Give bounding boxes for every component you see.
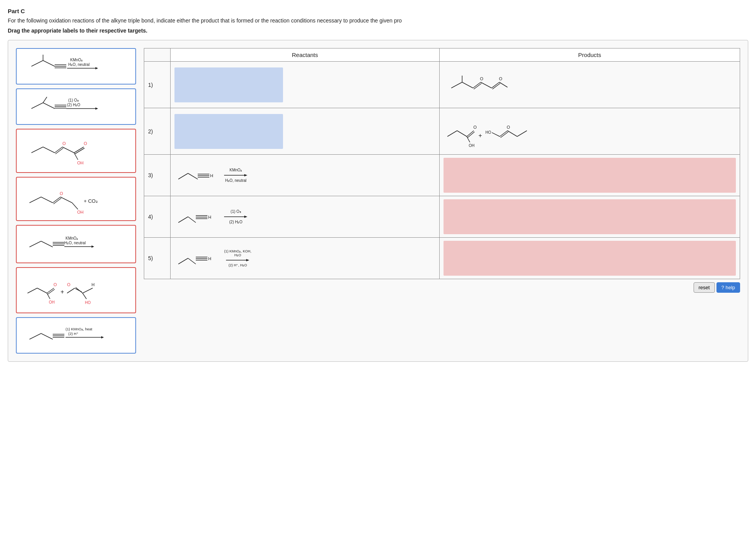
svg-line-41 <box>41 241 53 247</box>
svg-text:H: H <box>91 282 95 287</box>
drop-zone-reactant-1[interactable] <box>174 67 283 102</box>
drop-zone-product-4[interactable] <box>444 199 736 234</box>
svg-text:H₂O, neutral: H₂O, neutral <box>64 241 86 245</box>
svg-marker-9 <box>95 67 98 69</box>
svg-text:KMnO₄: KMnO₄ <box>70 58 83 62</box>
svg-line-25 <box>62 147 74 153</box>
svg-line-29 <box>74 153 78 160</box>
svg-text:+ CO₂: + CO₂ <box>84 198 98 204</box>
svg-text:OH: OH <box>77 161 84 165</box>
table-row: 1) O <box>144 62 740 108</box>
main-container: KMnO₄ H₂O, neutral (1) O₃ (2) H₂O <box>8 40 748 362</box>
svg-marker-48 <box>91 245 94 248</box>
svg-line-21 <box>43 147 55 153</box>
arrow-line-3 <box>224 172 247 178</box>
condition-text-5b: H₂O <box>234 253 241 257</box>
label-item-7[interactable]: (1) KMnO₄, heat (2) H⁺ <box>16 317 136 354</box>
svg-text:O: O <box>507 125 510 130</box>
label-item-6[interactable]: O OH + O H HO <box>16 267 136 313</box>
svg-line-116 <box>178 258 188 264</box>
arrow-svg-3 <box>224 172 247 178</box>
description: For the following oxidation reactions of… <box>8 17 748 24</box>
svg-text:O: O <box>67 282 71 287</box>
col-empty <box>144 48 171 62</box>
svg-line-80 <box>481 82 492 88</box>
label-item-4[interactable]: O OH + CO₂ <box>16 177 136 221</box>
condition-text-5a: (1) KMnO₄, KOH, <box>224 249 251 253</box>
reactant-cell-4: H (1) O₃ (2) H₂O <box>171 196 440 238</box>
svg-line-117 <box>188 258 196 264</box>
svg-line-101 <box>188 173 198 179</box>
svg-line-109 <box>188 217 196 223</box>
svg-text:(1) KMnO₄, heat: (1) KMnO₄, heat <box>66 327 92 331</box>
drop-zone-product-5[interactable] <box>444 241 736 276</box>
reactant-inner-4: H (1) O₃ (2) H₂O <box>174 203 435 230</box>
svg-line-37 <box>72 203 78 209</box>
label-item-2[interactable]: (1) O₃ (2) H₂O <box>16 88 136 125</box>
help-button[interactable]: ? help <box>716 282 740 293</box>
svg-marker-73 <box>101 336 104 338</box>
svg-line-26 <box>74 147 84 153</box>
table-row: 2) O OH <box>144 108 740 155</box>
svg-text:O: O <box>54 282 57 287</box>
col-reactants: Reactants <box>171 48 440 62</box>
condition-3: KMnO₄ H₂O, neutral <box>224 168 247 183</box>
arrow-line-5 <box>226 257 249 263</box>
label-svg-2: (1) O₃ (2) H₂O <box>24 93 128 120</box>
table-row: 4) H <box>144 196 740 238</box>
label-item-3[interactable]: O O OH <box>16 129 136 173</box>
product-cell-5 <box>439 238 740 279</box>
svg-line-0 <box>31 60 43 66</box>
row-num-1: 1) <box>144 62 171 108</box>
svg-line-65 <box>29 333 41 339</box>
svg-line-32 <box>41 197 53 203</box>
svg-text:O: O <box>60 191 63 196</box>
product-svg-1: O O <box>444 65 521 104</box>
product-svg-2: O OH + HO O <box>444 111 544 150</box>
svg-text:(2) H⁺: (2) H⁺ <box>68 332 78 336</box>
product-cell-3 <box>439 155 740 196</box>
condition-text-4a: (1) O₃ <box>231 209 241 214</box>
svg-line-36 <box>60 197 72 203</box>
svg-text:H: H <box>208 215 211 219</box>
label-item-5[interactable]: KMnO₄ H₂O, neutral <box>16 225 136 263</box>
row-num-3: 3) <box>144 155 171 196</box>
svg-text:O: O <box>84 141 87 146</box>
condition-text-5c: (2) H⁺, H₂O <box>228 263 247 267</box>
svg-marker-19 <box>95 107 98 110</box>
svg-line-57 <box>67 288 75 293</box>
svg-marker-123 <box>246 259 249 261</box>
part-label: Part C <box>8 8 748 14</box>
label-svg-1: KMnO₄ H₂O, neutral <box>24 53 128 80</box>
svg-text:H: H <box>208 256 211 261</box>
svg-text:H: H <box>210 173 213 178</box>
drop-zone-reactant-2[interactable] <box>174 114 283 149</box>
svg-text:(2) H₂O: (2) H₂O <box>67 103 80 107</box>
row-num-2: 2) <box>144 108 171 155</box>
reactant-svg-3: H <box>174 162 221 189</box>
svg-line-40 <box>29 241 41 247</box>
svg-text:OH: OH <box>77 210 84 214</box>
svg-line-75 <box>462 82 473 88</box>
instruction: Drag the appropriate labels to their res… <box>8 28 748 34</box>
label-svg-6: O OH + O H HO <box>24 272 128 309</box>
reactant-cell-1 <box>171 62 440 108</box>
svg-line-86 <box>457 131 467 136</box>
arrow-svg-5 <box>226 257 249 263</box>
drop-zone-product-3[interactable] <box>444 158 736 193</box>
reset-button[interactable]: reset <box>694 282 715 293</box>
reactant-cell-2 <box>171 108 440 155</box>
label-svg-4: O OH + CO₂ <box>24 181 128 216</box>
svg-line-10 <box>31 103 43 109</box>
svg-text:H₂O, neutral: H₂O, neutral <box>68 62 90 67</box>
label-item-1[interactable]: KMnO₄ H₂O, neutral <box>16 48 136 85</box>
svg-text:O: O <box>473 125 477 130</box>
svg-text:OH: OH <box>49 300 55 304</box>
table-row: 5) H <box>144 238 740 279</box>
svg-line-49 <box>28 288 37 293</box>
bottom-bar: reset ? help <box>144 282 740 293</box>
svg-line-74 <box>451 82 462 88</box>
condition-4: (1) O₃ (2) H₂O <box>224 209 247 224</box>
svg-marker-107 <box>244 174 247 176</box>
labels-panel: KMnO₄ H₂O, neutral (1) O₃ (2) H₂O <box>16 48 136 354</box>
